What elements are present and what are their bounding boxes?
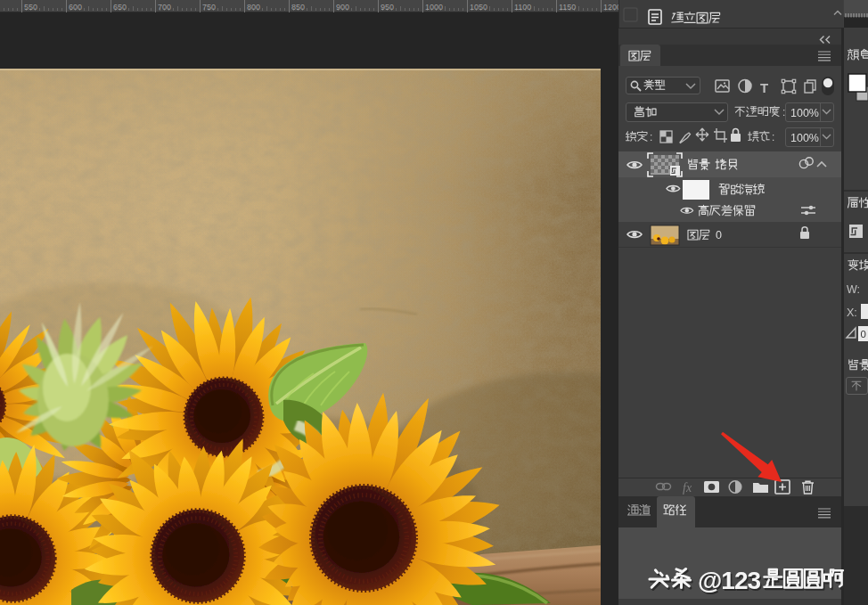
svg-text:fx: fx	[683, 481, 692, 495]
svg-text::: :	[650, 131, 652, 143]
svg-text:X:: X:	[847, 307, 857, 319]
svg-text::: :	[772, 131, 774, 143]
svg-text:@123: @123	[698, 567, 760, 594]
svg-text:W:: W:	[847, 283, 860, 296]
svg-text:0: 0	[716, 229, 722, 241]
svg-text:100%: 100%	[790, 107, 819, 119]
svg-text:T: T	[760, 80, 768, 95]
svg-text::: :	[782, 106, 785, 119]
svg-text:0: 0	[861, 329, 866, 339]
svg-text:100%: 100%	[790, 132, 819, 144]
